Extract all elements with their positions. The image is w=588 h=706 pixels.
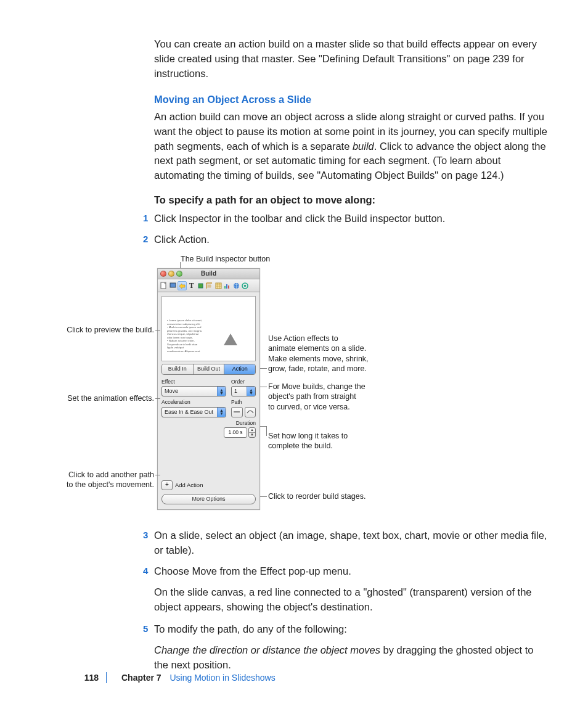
path-curved-button[interactable] [245, 407, 256, 417]
order-value: 1 [234, 387, 237, 395]
callout-addpath: Click to add another path to the object'… [37, 470, 154, 490]
svg-rect-6 [228, 285, 229, 289]
path-straight-button[interactable] [231, 407, 243, 417]
chart-inspector-icon[interactable] [223, 281, 232, 290]
label-path: Path [231, 398, 256, 406]
quicktime-inspector-icon[interactable] [241, 281, 250, 290]
svg-point-10 [244, 284, 247, 287]
document-inspector-icon[interactable] [160, 281, 168, 290]
label-effect: Effect [161, 378, 226, 385]
inspector-title: Build [158, 269, 259, 279]
effect-value: Move [165, 387, 178, 395]
svg-rect-3 [216, 283, 221, 289]
build-preview-area[interactable]: • Lorem ipsum dolor sit amet, consectetu… [161, 296, 256, 361]
callout-effects: Set the animation effects. [37, 393, 154, 403]
graphic-inspector-icon[interactable] [197, 281, 205, 290]
tab-build-out[interactable]: Build Out [194, 364, 225, 374]
step-5: 5 To modify the path, do any of the foll… [154, 622, 549, 673]
tab-build-in[interactable]: Build In [162, 364, 194, 374]
svg-rect-1 [170, 283, 176, 287]
task-lead: To specify a path for an object to move … [154, 193, 549, 208]
figure-caption-top: The Build inspector button [181, 253, 270, 265]
order-popup[interactable]: 1 ▲▼ [231, 386, 256, 396]
section-body: An action build can move an object acros… [154, 110, 549, 184]
callout-path: For Move builds, change the object's pat… [268, 382, 385, 412]
intro-paragraph: You can create an action build on a mast… [154, 37, 549, 81]
svg-rect-5 [226, 284, 227, 289]
step-2: 2 Click Action. [154, 232, 549, 247]
inspector-toolbar: T [158, 279, 259, 292]
step-4: 4 Choose Move from the Effect pop-up men… [154, 564, 549, 615]
text-inspector-icon[interactable]: T [187, 281, 196, 290]
callout-action: Use Action effects to animate elements o… [268, 334, 385, 374]
effect-popup[interactable]: Move ▲▼ [161, 386, 226, 396]
step-4-note: On the slide canvas, a red line connecte… [154, 585, 549, 615]
more-options-button[interactable]: More Options [161, 494, 256, 504]
callout-reorder: Click to reorder build stages. [268, 491, 404, 501]
build-inspector-figure: The Build inspector button Build T [43, 253, 524, 519]
slide-inspector-icon[interactable] [169, 281, 178, 290]
acceleration-popup[interactable]: Ease In & Ease Out ▲▼ [161, 407, 226, 417]
build-inspector-icon[interactable] [178, 281, 187, 290]
callout-preview: Click to preview the build. [37, 325, 154, 335]
hyperlink-inspector-icon[interactable] [232, 281, 241, 290]
add-action-plus-button[interactable]: + [161, 480, 173, 490]
label-order: Order [231, 378, 256, 385]
build-inspector-panel: Build T • Lorem ipsum dolor sit amet, co… [157, 268, 260, 510]
preview-text: • Lorem ipsum dolor sit amet, consectetu… [167, 319, 216, 353]
preview-shape-icon [224, 334, 237, 345]
label-acceleration: Acceleration [161, 398, 226, 406]
section-heading: Moving an Object Across a Slide [154, 92, 549, 107]
duration-field[interactable]: 1.00 s [224, 427, 247, 438]
page-number: 118 [0, 671, 99, 684]
add-action-label: Add Action [175, 481, 203, 490]
acceleration-value: Ease In & Ease Out [165, 408, 213, 416]
svg-rect-4 [224, 286, 226, 289]
chapter-name: Using Motion in Slideshows [169, 673, 275, 683]
page-footer: 118 Chapter 7 Using Motion in Slideshows [0, 671, 588, 684]
chapter-label: Chapter 7 [121, 673, 161, 683]
inspector-titlebar: Build [158, 269, 259, 279]
build-type-segmented[interactable]: Build In Build Out Action [161, 364, 256, 375]
tab-action[interactable]: Action [224, 364, 255, 374]
step-5-note: Change the direction or distance the obj… [154, 643, 549, 673]
svg-rect-2 [198, 284, 203, 288]
metrics-inspector-icon[interactable] [205, 281, 214, 290]
label-duration: Duration [236, 419, 256, 427]
duration-stepper[interactable]: ▲▼ [248, 427, 256, 438]
step-3: 3 On a slide, select an object (an image… [154, 528, 549, 558]
callout-duration: Set how long it takes to complete the bu… [268, 431, 385, 451]
step-1: 1 Click Inspector in the toolbar and cli… [154, 211, 549, 226]
table-inspector-icon[interactable] [214, 281, 223, 290]
